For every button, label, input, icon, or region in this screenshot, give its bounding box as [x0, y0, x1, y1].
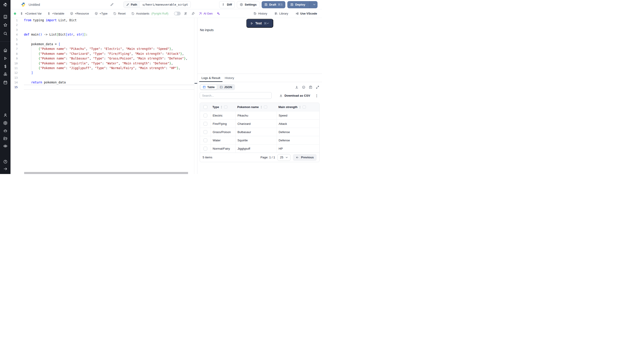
tab-history[interactable]: History — [222, 74, 236, 82]
diff-button[interactable]: Diff — [219, 1, 235, 8]
code-line[interactable]: 5 — [10, 37, 194, 42]
sort-icon[interactable] — [260, 106, 262, 109]
result-search-input[interactable] — [200, 92, 272, 99]
previous-page-button[interactable]: Previous — [293, 154, 317, 161]
variables-dollar-icon[interactable] — [3, 64, 8, 69]
expand-icon[interactable] — [316, 86, 319, 89]
row-checkbox[interactable] — [204, 130, 207, 134]
help-icon[interactable] — [3, 160, 8, 164]
code-line[interactable]: 13 — [10, 75, 194, 80]
assistants-button[interactable]: Assistants (Pyright Ruff) — [131, 12, 168, 15]
page-size-select[interactable]: 25 — [278, 154, 290, 161]
table-row[interactable]: ElectricPikachuSpeed — [200, 111, 319, 120]
code-text: {"Pokemon name": "Jigglypuff", "Type": "… — [18, 66, 180, 70]
code-editor[interactable]: 1from typing import List, Dict234def mai… — [10, 18, 194, 174]
column-header-pokemon-name: Pokemon name — [237, 105, 259, 109]
add-context-var-button[interactable]: +Context Var — [20, 12, 42, 15]
table-cell: Defense — [276, 128, 319, 136]
copy-clipboard-icon[interactable] — [309, 86, 312, 89]
column-option-box[interactable] — [302, 105, 306, 109]
runs-play-icon[interactable] — [3, 56, 8, 60]
code-line[interactable]: 1from typing import List, Dict — [10, 18, 194, 22]
result-tabbar: Logs & Result History — [198, 74, 322, 82]
code-line[interactable]: 3 — [10, 28, 194, 32]
horizontal-scrollbar[interactable] — [24, 172, 188, 174]
view-table-button[interactable]: Table — [200, 85, 217, 90]
multiplayer-toggle[interactable] — [174, 12, 181, 16]
editor-overview-ruler[interactable] — [194, 18, 197, 174]
resources-cubes-icon[interactable] — [3, 72, 8, 76]
code-line[interactable]: 9 {"Pokemon name": "Bulbasaur", "Type": … — [10, 56, 194, 61]
column-option-box[interactable] — [264, 105, 267, 109]
draft-button[interactable]: Draft ⌘S — [262, 1, 285, 8]
code-line[interactable]: 7 {"Pokemon name": "Pikachu", "Type": "E… — [10, 46, 194, 51]
table-row[interactable]: WaterSquirtleDefense — [200, 136, 319, 144]
sort-icon[interactable] — [220, 106, 223, 109]
code-line[interactable]: 4def main() -> List[Dict[str, str]]: — [10, 32, 194, 37]
edit-summary-pencil-icon[interactable] — [110, 3, 114, 6]
row-checkbox[interactable] — [204, 114, 207, 118]
code-line[interactable]: 10 {"Pokemon name": "Squirtle", "Type": … — [10, 61, 194, 66]
deploy-button[interactable]: Deploy — [287, 1, 318, 8]
test-button[interactable]: Test ⌘↵ — [246, 19, 274, 28]
schedules-calendar-icon[interactable] — [3, 80, 8, 85]
row-checkbox[interactable] — [204, 138, 207, 142]
sort-icon[interactable] — [299, 106, 301, 109]
folders-icon[interactable] — [3, 136, 8, 141]
deploy-dropdown[interactable] — [311, 1, 318, 8]
settings-button[interactable]: Settings — [237, 1, 260, 8]
history-button[interactable]: History — [253, 12, 267, 15]
script-title[interactable]: Untitled — [28, 3, 40, 6]
use-vscode-button[interactable]: Use VScode — [296, 12, 317, 15]
row-checkbox[interactable] — [204, 147, 207, 150]
add-resource-button[interactable]: +Resource — [70, 12, 89, 15]
add-variable-button[interactable]: +Variable — [47, 12, 64, 15]
code-line[interactable]: 14 return pokemon_data — [10, 80, 194, 85]
workers-robot-icon[interactable] — [3, 128, 8, 133]
table-row[interactable]: Normal/FairyJigglypuffHP — [200, 144, 319, 152]
info-icon[interactable] — [302, 86, 306, 89]
table-row[interactable]: Grass/PoisonBulbasaurDefense — [200, 128, 319, 136]
table-cell: Electric — [211, 112, 236, 120]
row-checkbox[interactable] — [204, 122, 207, 126]
code-line[interactable]: 6 pokemon_data = [ — [10, 42, 194, 46]
user-icon[interactable] — [3, 113, 8, 118]
audit-eye-icon[interactable] — [3, 144, 8, 148]
table-row[interactable]: Fire/FlyingCharizardAttack — [200, 120, 319, 128]
kebab-menu[interactable]: ⋮ — [315, 94, 318, 97]
expand-arrow-icon[interactable] — [3, 166, 8, 171]
search-icon[interactable] — [3, 31, 8, 36]
result-table: Type Pokemon name Main strength — [200, 103, 320, 162]
add-type-button[interactable]: +Type — [94, 12, 108, 15]
building-icon[interactable] — [3, 14, 8, 19]
select-all-checkbox[interactable] — [204, 105, 207, 109]
windmill-logo[interactable] — [0, 0, 10, 10]
page-indicator: Page: 1 / 1 — [260, 156, 275, 159]
code-line[interactable]: 15 — [10, 85, 194, 90]
line-number: 4 — [10, 32, 18, 37]
code-line[interactable]: 8 {"Pokemon name": "Charizard", "Type": … — [10, 52, 194, 56]
format-brush-icon[interactable] — [191, 12, 195, 16]
column-option-box[interactable] — [224, 105, 228, 109]
download-csv-button[interactable]: Download as CSV — [279, 94, 310, 97]
ai-gen-button[interactable]: AI Gen — [198, 12, 212, 16]
settings-gear-icon[interactable] — [3, 121, 8, 125]
library-button[interactable]: Library — [274, 12, 288, 15]
table-cell: Jigglypuff — [236, 144, 276, 152]
download-icon[interactable] — [295, 86, 298, 89]
view-json-button[interactable]: {} JSON — [217, 85, 234, 90]
code-line[interactable]: 12 ] — [10, 70, 194, 75]
home-icon[interactable] — [3, 48, 8, 52]
code-line[interactable]: 2 — [10, 22, 194, 27]
sparkles-icon[interactable] — [216, 12, 220, 16]
code-line[interactable]: 11 {"Pokemon name": "Jigglypuff", "Type"… — [10, 66, 194, 70]
star-icon[interactable] — [3, 23, 8, 27]
table-cell: Squirtle — [236, 136, 276, 144]
tab-logs-result[interactable]: Logs & Result — [199, 74, 222, 82]
line-number: 3 — [10, 28, 18, 32]
path-button[interactable]: Path u/henri/maneuverable_script — [124, 1, 191, 8]
reset-button[interactable]: Reset — [113, 12, 126, 15]
users-presence-icon[interactable] — [184, 12, 188, 16]
dollar-icon — [20, 12, 23, 15]
rotate-icon — [131, 12, 134, 15]
